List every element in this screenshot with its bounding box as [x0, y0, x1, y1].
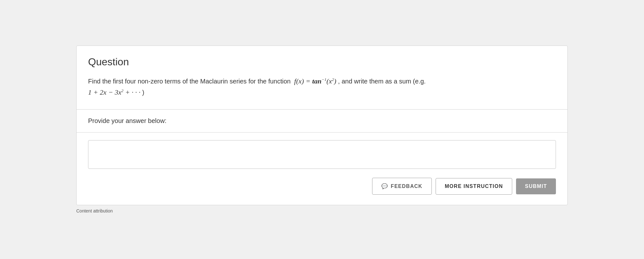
question-card: Question Find the first four non-zero te…: [76, 46, 568, 205]
feedback-icon: 💬: [381, 183, 388, 189]
submit-button[interactable]: SUBMIT: [516, 178, 556, 194]
answer-label: Provide your answer below:: [88, 117, 556, 125]
question-title: Question: [88, 56, 556, 68]
question-text: Find the first four non-zero terms of th…: [88, 76, 556, 98]
submit-label: SUBMIT: [525, 183, 547, 189]
feedback-button[interactable]: 💬 FEEDBACK: [372, 178, 431, 195]
more-instruction-button[interactable]: MORE INSTRUCTION: [436, 178, 512, 195]
question-text-part2: , and write them as a sum (e.g.: [338, 78, 426, 85]
answer-input[interactable]: [88, 140, 556, 169]
answer-input-section: 💬 FEEDBACK MORE INSTRUCTION SUBMIT: [77, 133, 567, 205]
more-instruction-label: MORE INSTRUCTION: [445, 183, 503, 189]
question-text-part1: Find the first four non-zero terms of th…: [88, 78, 292, 85]
button-row: 💬 FEEDBACK MORE INSTRUCTION SUBMIT: [88, 178, 556, 195]
content-attribution: Content attribution: [76, 208, 568, 213]
question-formula: f(x) = tan−1(x2): [294, 77, 338, 85]
feedback-label: FEEDBACK: [391, 183, 423, 189]
answer-label-section: Provide your answer below:: [77, 110, 567, 133]
question-text-part3: ): [142, 89, 145, 96]
question-section: Question Find the first four non-zero te…: [77, 46, 567, 110]
page-wrapper: Question Find the first four non-zero te…: [76, 46, 568, 213]
question-example-formula: 1 + 2x − 3x2 + · · ·: [88, 88, 142, 96]
